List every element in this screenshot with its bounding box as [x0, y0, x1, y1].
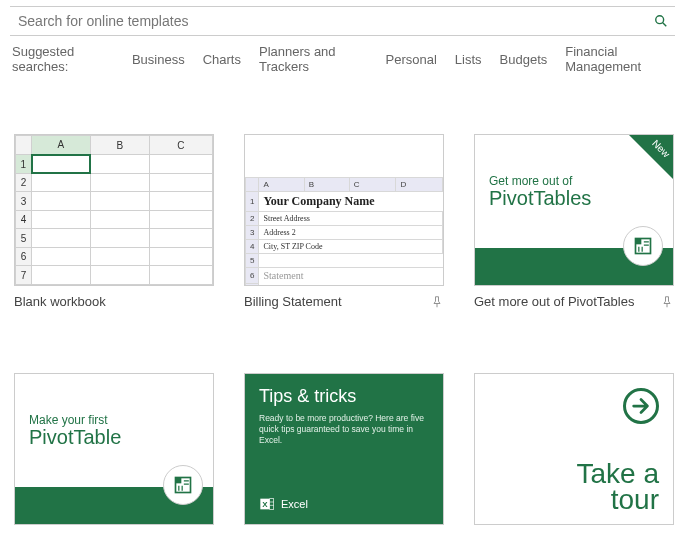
- suggested-label: Suggested searches:: [12, 44, 114, 74]
- suggested-link-financial[interactable]: Financial Management: [565, 44, 675, 74]
- tips-app-label: Excel: [281, 498, 308, 510]
- pivot2-line2: PivotTable: [29, 427, 213, 447]
- suggested-link-lists[interactable]: Lists: [455, 52, 482, 67]
- pivot2-line1: Make your first: [29, 413, 213, 427]
- suggested-link-personal[interactable]: Personal: [386, 52, 437, 67]
- template-thumb-pivot[interactable]: Get more out of PivotTables New: [474, 134, 674, 286]
- search-input[interactable]: [18, 13, 653, 29]
- template-grid: A B C 1 2 3 4 5 6 7 Blank workbook: [10, 134, 675, 525]
- svg-point-0: [656, 16, 664, 24]
- template-card-billing: A B C D 1Your Company Name 2Street Addre…: [244, 134, 444, 309]
- pivot-icon: [163, 465, 203, 505]
- svg-rect-3: [636, 238, 642, 244]
- search-icon[interactable]: [653, 13, 669, 29]
- tips-title: Tips & tricks: [259, 386, 429, 407]
- template-card-tour: Take a tour: [474, 373, 674, 525]
- template-card-pivot: Get more out of PivotTables New Get more…: [474, 134, 674, 309]
- template-thumb-tips[interactable]: Tips & tricks Ready to be more productiv…: [244, 373, 444, 525]
- template-thumb-pivot2[interactable]: Make your first PivotTable: [14, 373, 214, 525]
- pivot-line2: PivotTables: [489, 188, 673, 208]
- template-thumb-blank[interactable]: A B C 1 2 3 4 5 6 7: [14, 134, 214, 286]
- svg-text:X: X: [262, 500, 268, 509]
- svg-rect-5: [176, 477, 182, 483]
- tips-body: Ready to be more productive? Here are fi…: [259, 413, 429, 496]
- template-label: Blank workbook: [14, 294, 106, 309]
- template-thumb-tour[interactable]: Take a tour: [474, 373, 674, 525]
- suggested-link-planners[interactable]: Planners and Trackers: [259, 44, 368, 74]
- template-label: Billing Statement: [244, 294, 342, 309]
- suggested-link-business[interactable]: Business: [132, 52, 185, 67]
- tour-text: Take a tour: [577, 461, 660, 514]
- suggested-searches: Suggested searches: Business Charts Plan…: [10, 44, 675, 74]
- pin-icon[interactable]: [660, 295, 674, 309]
- pivot-icon: [623, 226, 663, 266]
- arrow-right-icon: [623, 388, 659, 424]
- search-bar: [10, 6, 675, 36]
- suggested-link-charts[interactable]: Charts: [203, 52, 241, 67]
- template-label: Get more out of PivotTables: [474, 294, 634, 309]
- excel-icon: X: [259, 496, 275, 512]
- template-thumb-billing[interactable]: A B C D 1Your Company Name 2Street Addre…: [244, 134, 444, 286]
- pin-icon[interactable]: [430, 295, 444, 309]
- template-card-pivot2: Make your first PivotTable: [14, 373, 214, 525]
- svg-line-1: [663, 23, 667, 27]
- mini-spreadsheet: A B C 1 2 3 4 5 6 7: [15, 135, 213, 285]
- template-card-blank: A B C 1 2 3 4 5 6 7 Blank workbook: [14, 134, 214, 309]
- svg-rect-8: [270, 499, 274, 510]
- suggested-link-budgets[interactable]: Budgets: [500, 52, 548, 67]
- billing-preview: A B C D 1Your Company Name 2Street Addre…: [245, 177, 443, 285]
- template-card-tips: Tips & tricks Ready to be more productiv…: [244, 373, 444, 525]
